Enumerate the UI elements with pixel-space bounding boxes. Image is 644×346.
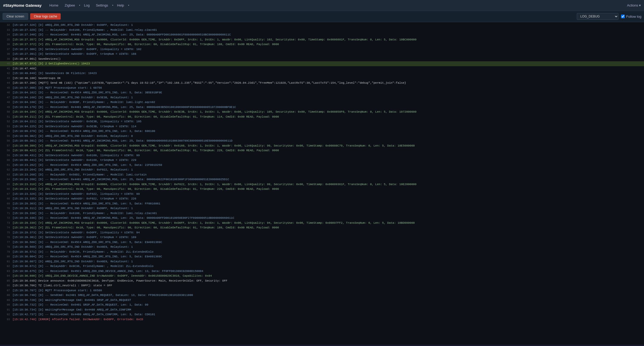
log-text: [15:19:23.268] [D] -- ReceiveCmd: 0x4481…	[12, 177, 229, 182]
log-text: [15:19:29.373] [D] SetDeviceState nwkAdd…	[12, 230, 140, 235]
log-text: [15:19:04.179] [D] -- ReceiveCmd: 0x4481…	[12, 105, 236, 110]
log-text: [15:19:42.737] [D] -- ReceiveCmd: 0x4480…	[12, 312, 155, 317]
navbar: #StayHome Gateway Home Zigbee ▾ Log Sett…	[0, 0, 644, 11]
nav-help-dropdown[interactable]: Help ▾	[115, 2, 129, 8]
log-text: [15:19:04.211] [V] ZCL FrameControl: 0x1…	[12, 115, 279, 119]
line-number: 45	[2, 86, 10, 90]
nav-log[interactable]: Log	[81, 2, 92, 8]
log-line: 64[15:19:23.268] [D] -- ReceiveCmd: 0x44…	[0, 177, 644, 182]
line-number: 55	[2, 134, 10, 138]
line-number: 60	[2, 158, 10, 162]
line-number: 87	[2, 289, 10, 293]
line-number: 40	[2, 62, 10, 66]
log-text: [15:18:27.391] [D] SetDeviceState nwkAdd…	[12, 52, 136, 56]
follow-log-label[interactable]: Follow log	[621, 15, 641, 19]
log-container[interactable]: 32[15:18:27.326] [D] AREQ_ZDO_SRC_RTG_IN…	[0, 22, 644, 345]
line-number: 91	[2, 308, 10, 312]
log-text: [15:19:29.303] [D] -- ReceiveCmd: 0x45C4…	[12, 202, 160, 206]
app-brand: #StayHome Gateway	[3, 3, 42, 8]
log-text: [15:19:36.706] TZ [lumi.ctrl_neutral1 : …	[12, 283, 112, 288]
line-number: 46	[2, 91, 10, 95]
line-number: 52	[2, 120, 10, 124]
line-number: 42	[2, 71, 10, 75]
line-number: 86	[2, 284, 10, 288]
log-text: [15:19:57.300] [D] MQTT ProcesssQueue st…	[12, 86, 102, 90]
line-number: 90	[2, 303, 10, 307]
log-line: 47[15:19:04.168] [D] AREQ_ZDO_SRC_RTG_IN…	[0, 95, 644, 100]
log-line: 92[15:19:42.737] [D] -- ReceiveCmd: 0x44…	[0, 312, 644, 317]
log-text: [15:18:27.372] [V] ZCL FrameControl: 0x1…	[12, 42, 279, 47]
log-text: [15:19:29.339] [V] AREQ_AF_INCOMING_MSG …	[12, 221, 415, 225]
log-text: [15:19:23.335] [D] SetDeviceState nwkAdd…	[12, 197, 136, 201]
line-number: 32	[2, 23, 10, 27]
log-text: [15:19:36.690] [V] AREQ_ZDO_END_DEVICE_A…	[12, 274, 212, 278]
log-line: 55[15:19:09.382] [D] AREQ_ZDO_SRC_RTG_IN…	[0, 134, 644, 139]
log-line: 61[15:19:23.262] [D] -- ReceiveCmd: 0x45…	[0, 163, 644, 168]
log-text: [15:19:09.441] [D] SetDeviceState nwkAdd…	[12, 158, 136, 162]
line-number: 93	[2, 318, 10, 321]
log-line: 56[15:19:09.391] [D] -- ReceiveCmd: 0x44…	[0, 138, 644, 143]
log-line: 80[15:19:36.604] [D] -- ReceiveCmd: 0x45…	[0, 254, 644, 259]
log-line: 50[15:19:04.189] [V] AREQ_AF_INCOMING_MS…	[0, 110, 644, 114]
log-text: [15:18:27.329] [D] -- RelayAddr: 0x6160,…	[12, 28, 157, 32]
log-text: [15:19:29.381] [D] SetDeviceState nwkAdd…	[12, 235, 136, 240]
line-number: 35	[2, 38, 10, 42]
log-text: [15:19:29.362] [V] ZCL FrameControl: 0x1…	[12, 226, 279, 230]
line-number: 61	[2, 163, 10, 167]
log-text: [15:19:36.671] [D] -- RelayAddr: 0x9C36,…	[12, 264, 153, 269]
log-text: [15:19:04.162] [D] -- ReceiveCmd: 0x45C4…	[12, 90, 162, 95]
log-text: [15:19:36.734] [D] WaitingForMessage Cmd…	[12, 308, 131, 312]
nav-settings[interactable]: Settings	[93, 2, 111, 8]
line-number: 83	[2, 269, 10, 273]
line-number: 65	[2, 183, 10, 186]
log-text: [15:19:04.189] [V] AREQ_AF_INCOMING_MSG …	[12, 110, 416, 114]
log-text: [15:19:36.571] [D] -- RelayAddr: 0x9C36,…	[12, 250, 153, 254]
line-number: 84	[2, 274, 10, 278]
nav-zigbee-dropdown[interactable]: Zigbee ▾	[62, 2, 80, 8]
log-line: 91[15:19:36.734] [D] WaitingForMessage C…	[0, 307, 644, 312]
line-number: 50	[2, 110, 10, 114]
nav-settings-dropdown[interactable]: Settings ▾	[93, 2, 113, 8]
log-line: 84[15:19:36.690] [V] AREQ_ZDO_END_DEVICE…	[0, 274, 644, 278]
line-number: 74	[2, 226, 10, 230]
log-line: 79[15:19:36.571] [D] -- RelayAddr: 0x9C3…	[0, 250, 644, 254]
clear-screen-button[interactable]: Clear screen	[3, 13, 28, 20]
log-line: 86[15:19:36.706] TZ [lumi.ctrl_neutral1 …	[0, 283, 644, 288]
clear-logs-cache-button[interactable]: Clear logs cache	[30, 13, 61, 20]
nav-links: Home Zigbee ▾ Log Settings ▾ Help ▾	[47, 2, 627, 8]
log-text: [15:18:47.468]	[12, 66, 36, 71]
nav-zigbee[interactable]: Zigbee	[62, 2, 78, 8]
line-number: 66	[2, 187, 10, 191]
line-number: 64	[2, 178, 10, 181]
log-line: 59[15:19:09.431] [D] SetDeviceState nwkA…	[0, 153, 644, 158]
log-line: 52[15:19:04.221] [D] SetDeviceState nwkA…	[0, 119, 644, 124]
follow-log-text: Follow log	[626, 15, 641, 19]
log-line: 57[15:19:09.399] [V] AREQ_AF_INCOMING_MS…	[0, 143, 644, 148]
line-number: 43	[2, 76, 10, 80]
log-text: [15:19:04.225] [D] SetDeviceState nwkAdd…	[12, 124, 136, 129]
line-number: 75	[2, 231, 10, 235]
line-number: 67	[2, 192, 10, 196]
log-line: 89[15:19:36.720] [D] WaitingForMessage C…	[0, 298, 644, 303]
log-line: 35[15:18:27.357] [V] AREQ_AF_INCOMING_MS…	[0, 37, 644, 42]
log-line: 60[15:19:09.441] [D] SetDeviceState nwkA…	[0, 158, 644, 163]
log-line: 71[15:19:29.330] [D] -- RelayAddr: 0x616…	[0, 211, 644, 216]
nav-help[interactable]: Help	[115, 2, 127, 8]
log-text: [15:19:09.431] [D] SetDeviceState nwkAdd…	[12, 153, 140, 158]
log-line: 88[15:19:36.740] [D] -- SendCmd: 0x2401 …	[0, 293, 644, 298]
log-text: [15:18:27.326] [D] AREQ_ZDO_SRC_RTG_IND …	[12, 23, 133, 27]
log-text: [15:18:27.357] [V] AREQ_AF_INCOMING_MSG …	[12, 38, 416, 42]
log-text: [15:19:09.391] [D] -- ReceiveCmd: 0x4481…	[12, 139, 233, 143]
actions-menu[interactable]: Actions ▾	[627, 3, 641, 7]
log-text: [15:19:04.168] [D] -- RelayAddr: 0x9EBF,…	[12, 100, 155, 105]
log-line: 74[15:19:29.362] [V] ZCL FrameControl: 0…	[0, 225, 644, 230]
log-level-select[interactable]: LOG_DEBUG LOG_INFO LOG_WARN LOG_ERROR	[577, 13, 618, 20]
log-line: 33[15:18:27.329] [D] -- RelayAddr: 0x616…	[0, 28, 644, 33]
log-line: 41[15:18:47.468]	[0, 66, 644, 71]
log-line: 68[15:19:23.335] [D] SetDeviceState nwkA…	[0, 196, 644, 201]
follow-log-checkbox[interactable]	[621, 15, 625, 18]
nav-home[interactable]: Home	[47, 2, 61, 8]
line-number: 58	[2, 149, 10, 153]
log-line: 49[15:19:04.179] [D] -- ReceiveCmd: 0x44…	[0, 105, 644, 110]
log-line: 36[15:18:27.372] [V] ZCL FrameControl: 0…	[0, 42, 644, 47]
